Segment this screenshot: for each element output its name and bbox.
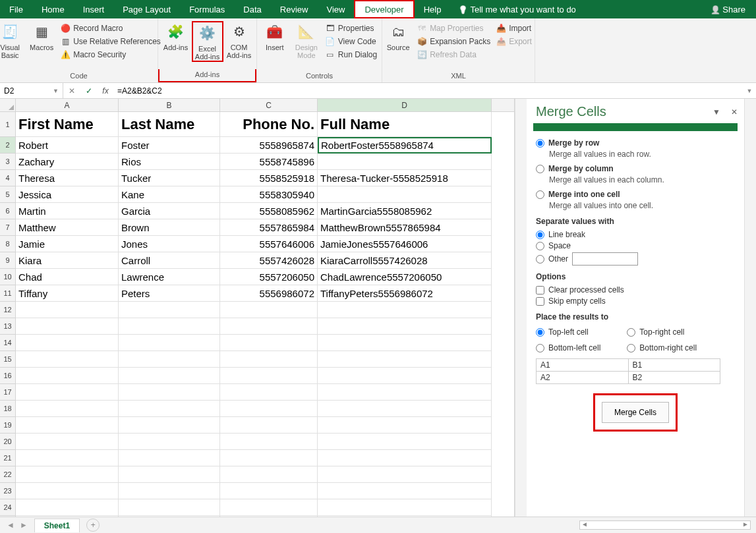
cell[interactable]: Chad <box>16 269 119 285</box>
relative-refs-button[interactable]: ▥Use Relative References <box>57 36 163 47</box>
row-header[interactable]: 2 <box>0 137 16 154</box>
cell[interactable]: Zachary <box>16 154 119 170</box>
export-button[interactable]: 📤Export <box>493 36 535 47</box>
cell[interactable]: Tiffany <box>16 285 119 302</box>
sheet-vscroll[interactable] <box>515 99 527 517</box>
cell[interactable] <box>220 516 318 517</box>
cell[interactable]: 5558085962 <box>220 203 318 219</box>
row-header[interactable]: 10 <box>0 269 16 285</box>
merge-by-row-radio[interactable]: Merge by row <box>536 138 735 148</box>
visual-basic-button[interactable]: 🧾 Visual Basic <box>0 21 26 59</box>
cell[interactable]: JamieJones5557646006 <box>318 236 492 252</box>
cell[interactable] <box>119 499 220 516</box>
row-header[interactable]: 5 <box>0 186 16 203</box>
formula-input[interactable] <box>113 86 743 96</box>
cell[interactable] <box>318 384 492 401</box>
cell[interactable] <box>16 417 119 434</box>
merge-cells-button[interactable]: Merge Cells <box>602 402 669 423</box>
cell[interactable]: Lawrence <box>119 269 220 285</box>
cell[interactable] <box>119 434 220 450</box>
name-box[interactable]: D2▼ <box>0 83 63 98</box>
share-button[interactable]: Share <box>700 5 756 14</box>
row-header[interactable]: 16 <box>0 368 16 384</box>
cell[interactable]: MatthewBrown5557865984 <box>318 219 492 236</box>
cell[interactable] <box>16 335 119 351</box>
chevron-down-icon[interactable]: ▼ <box>53 88 59 94</box>
row-header[interactable]: 11 <box>0 285 16 302</box>
cell[interactable] <box>16 302 119 318</box>
cell[interactable] <box>16 368 119 384</box>
cell[interactable] <box>220 318 318 335</box>
cell[interactable] <box>220 466 318 483</box>
cell[interactable] <box>16 516 119 517</box>
merge-one-cell-radio[interactable]: Merge into one cell <box>536 190 735 199</box>
cell[interactable] <box>16 499 119 516</box>
cell[interactable] <box>318 483 492 499</box>
view-code-button[interactable]: 📄View Code <box>322 36 380 47</box>
cell[interactable] <box>119 401 220 417</box>
cell[interactable]: 5558745896 <box>220 154 318 170</box>
fx-icon[interactable]: fx <box>98 86 113 96</box>
cell[interactable]: Carroll <box>119 252 220 269</box>
cell[interactable]: MartinGarcia5558085962 <box>318 203 492 219</box>
cell[interactable] <box>119 417 220 434</box>
cell[interactable] <box>16 318 119 335</box>
cell[interactable] <box>318 401 492 417</box>
cell[interactable] <box>318 466 492 483</box>
row-header[interactable]: 15 <box>0 351 16 368</box>
tab-data[interactable]: Data <box>234 0 270 18</box>
tab-insert[interactable]: Insert <box>74 0 114 18</box>
cell[interactable] <box>119 318 220 335</box>
col-header-c[interactable]: C <box>220 99 318 111</box>
cell[interactable] <box>318 368 492 384</box>
cell[interactable] <box>220 335 318 351</box>
cell[interactable] <box>16 351 119 368</box>
tab-file[interactable]: File <box>0 0 32 18</box>
cell[interactable]: Theresa <box>16 170 119 186</box>
cell[interactable]: 5557646006 <box>220 236 318 252</box>
row-header[interactable]: 6 <box>0 203 16 219</box>
cell[interactable]: 5558525918 <box>220 170 318 186</box>
cell[interactable] <box>119 368 220 384</box>
cell[interactable]: 5558965874 <box>220 137 318 154</box>
cell[interactable]: Kiara <box>16 252 119 269</box>
cell[interactable] <box>220 351 318 368</box>
cell[interactable] <box>220 434 318 450</box>
cell[interactable]: Tucker <box>119 170 220 186</box>
row-header[interactable]: 23 <box>0 483 16 499</box>
cell[interactable] <box>119 302 220 318</box>
tab-home[interactable]: Home <box>32 0 74 18</box>
cell[interactable]: Matthew <box>16 219 119 236</box>
tab-help[interactable]: Help <box>415 0 451 18</box>
col-header-a[interactable]: A <box>16 99 119 111</box>
place-tr-radio[interactable]: Top-right cell <box>627 327 697 337</box>
cell[interactable]: RobertFoster5558965874 <box>318 137 492 154</box>
cell[interactable] <box>318 434 492 450</box>
refresh-data-button[interactable]: 🔄Refresh Data <box>414 49 493 61</box>
design-mode-button[interactable]: 📐 Design Mode <box>291 21 322 59</box>
cell[interactable] <box>220 450 318 466</box>
cell[interactable] <box>318 335 492 351</box>
place-bl-radio[interactable]: Bottom-left cell <box>536 343 600 352</box>
row-header[interactable]: 14 <box>0 335 16 351</box>
tab-view[interactable]: View <box>317 0 354 18</box>
cell[interactable]: 5557865984 <box>220 219 318 236</box>
row-header[interactable]: 8 <box>0 236 16 252</box>
cell[interactable] <box>220 499 318 516</box>
run-dialog-button[interactable]: ▭Run Dialog <box>322 49 380 61</box>
cancel-formula-button[interactable]: ✕ <box>63 86 80 96</box>
cell[interactable] <box>318 516 492 517</box>
row-header[interactable]: 4 <box>0 170 16 186</box>
tab-formulas[interactable]: Formulas <box>180 0 234 18</box>
cell[interactable] <box>119 516 220 517</box>
cell[interactable]: Jamie <box>16 236 119 252</box>
cell[interactable]: Peters <box>119 285 220 302</box>
place-tl-radio[interactable]: Top-left cell <box>536 327 600 337</box>
cell[interactable]: 5556986072 <box>220 285 318 302</box>
cell[interactable] <box>318 499 492 516</box>
row-header[interactable]: 12 <box>0 302 16 318</box>
cell[interactable]: Theresa-Tucker-5558525918 <box>318 170 492 186</box>
cell[interactable] <box>220 384 318 401</box>
tab-nav-first[interactable]: ◄ <box>7 520 15 530</box>
row-header[interactable]: 13 <box>0 318 16 335</box>
